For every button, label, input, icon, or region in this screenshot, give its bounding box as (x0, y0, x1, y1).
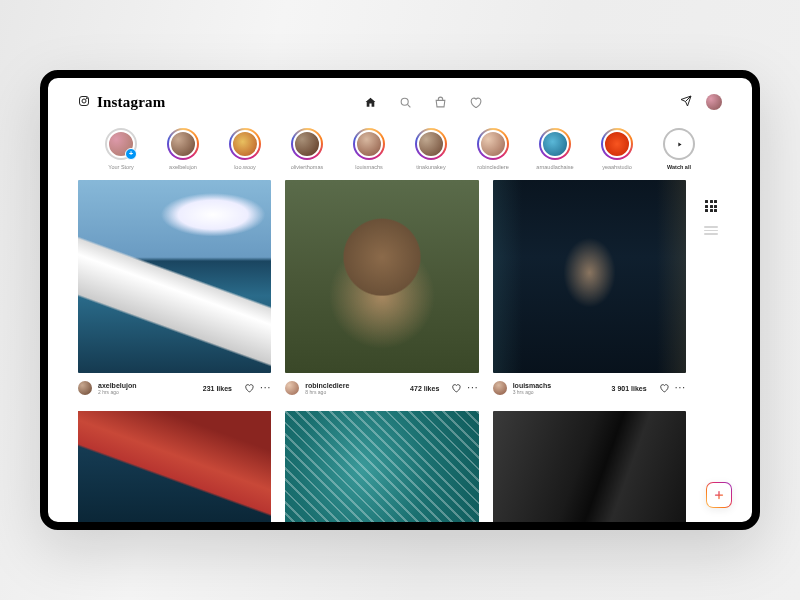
story-label: robinclediere (477, 164, 509, 170)
story-label: axelbelujon (169, 164, 197, 170)
story-item[interactable]: arnaudlachaise (533, 128, 577, 170)
like-icon[interactable] (244, 379, 254, 397)
post-author-avatar[interactable] (493, 381, 507, 395)
post[interactable] (493, 411, 686, 522)
post-image[interactable] (285, 180, 478, 373)
post-image[interactable] (285, 411, 478, 522)
feed-grid: axelbelujon 2 hrs ago 231 likes ··· robi… (78, 180, 686, 522)
story-label: louismachs (355, 164, 383, 170)
story-label: yeaahstudio (602, 164, 632, 170)
story-label: loo.wooy (234, 164, 256, 170)
post[interactable] (285, 411, 478, 522)
story-label: arnaudlachaise (536, 164, 573, 170)
shop-icon[interactable] (434, 96, 447, 109)
story-label: tinakunakey (416, 164, 445, 170)
like-icon[interactable] (659, 379, 669, 397)
post-author[interactable]: louismachs (513, 382, 552, 389)
story-item[interactable]: olivierthomas (285, 128, 329, 170)
story-item[interactable]: yeaahstudio (595, 128, 639, 170)
post[interactable]: robinclediere 8 hrs ago 472 likes ··· (285, 180, 478, 397)
post[interactable]: axelbelujon 2 hrs ago 231 likes ··· (78, 180, 271, 397)
post-likes: 3 901 likes (612, 385, 647, 392)
grid-view-icon[interactable] (705, 200, 717, 212)
more-icon[interactable]: ··· (467, 383, 478, 393)
story-item[interactable]: loo.wooy (223, 128, 267, 170)
post-image[interactable] (493, 180, 686, 373)
story-item[interactable]: axelbelujon (161, 128, 205, 170)
post-image[interactable] (78, 180, 271, 373)
story-label: Your Story (108, 164, 133, 170)
home-icon[interactable] (364, 96, 377, 109)
heart-icon[interactable] (469, 96, 482, 109)
add-post-button[interactable] (706, 482, 732, 508)
post-author-avatar[interactable] (78, 381, 92, 395)
story-item[interactable]: robinclediere (471, 128, 515, 170)
post[interactable]: louismachs 3 hrs ago 3 901 likes ··· (493, 180, 686, 397)
story-item[interactable]: louismachs (347, 128, 391, 170)
more-icon[interactable]: ··· (260, 383, 271, 393)
watch-all-button[interactable]: Watch all (657, 128, 701, 170)
list-view-icon[interactable] (704, 226, 718, 235)
story-your-story[interactable]: Your Story (99, 128, 143, 170)
more-icon[interactable]: ··· (675, 383, 686, 393)
brand-logo[interactable]: Instagram (97, 94, 165, 111)
post-image[interactable] (493, 411, 686, 522)
stories-row: Your Story axelbelujon loo.wooy oliviert… (78, 128, 722, 170)
camera-icon[interactable] (78, 93, 90, 111)
story-label: olivierthomas (291, 164, 323, 170)
svg-point-3 (401, 98, 408, 105)
like-icon[interactable] (451, 379, 461, 397)
post-time: 8 hrs ago (305, 389, 349, 395)
svg-line-4 (407, 104, 410, 107)
post-time: 3 hrs ago (513, 389, 552, 395)
profile-avatar[interactable] (706, 94, 722, 110)
post-author-avatar[interactable] (285, 381, 299, 395)
post-author[interactable]: robinclediere (305, 382, 349, 389)
send-icon[interactable] (680, 93, 692, 111)
svg-point-2 (86, 98, 87, 99)
post-likes: 231 likes (203, 385, 232, 392)
watch-all-label: Watch all (667, 164, 691, 170)
post-time: 2 hrs ago (98, 389, 137, 395)
post-author[interactable]: axelbelujon (98, 382, 137, 389)
post[interactable] (78, 411, 271, 522)
post-likes: 472 likes (410, 385, 439, 392)
svg-point-1 (82, 99, 86, 103)
search-icon[interactable] (399, 96, 412, 109)
post-image[interactable] (78, 411, 271, 522)
story-item[interactable]: tinakunakey (409, 128, 453, 170)
